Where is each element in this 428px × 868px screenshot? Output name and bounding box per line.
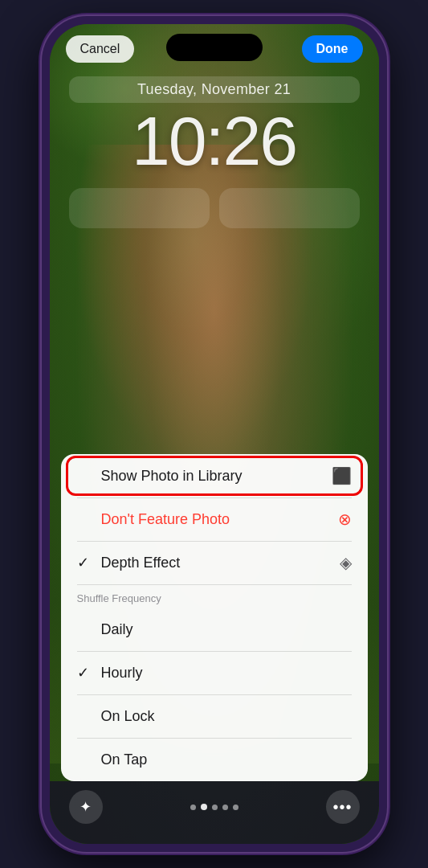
on-tap-label: On Tap bbox=[101, 751, 148, 768]
dot-5 bbox=[233, 805, 238, 810]
widget-right bbox=[219, 188, 360, 228]
depth-effect-icon: ◈ bbox=[340, 553, 352, 572]
dont-feature-label: Don't Feature Photo bbox=[101, 511, 230, 528]
menu-item-on-lock[interactable]: On Lock bbox=[61, 694, 368, 738]
menu-item-on-tap[interactable]: On Tap bbox=[61, 738, 368, 781]
menu-item-depth-effect[interactable]: ✓ Depth Effect ◈ bbox=[61, 541, 368, 584]
menu-item-show-photo[interactable]: Show Photo in Library ⬛ bbox=[61, 454, 368, 497]
on-lock-label: On Lock bbox=[101, 708, 155, 725]
sparkle-icon: ✦ bbox=[79, 798, 92, 816]
menu-item-hourly[interactable]: ✓ Hourly bbox=[61, 651, 368, 694]
show-photo-label: Show Photo in Library bbox=[101, 468, 243, 485]
more-options-button[interactable]: ••• bbox=[326, 790, 360, 824]
dont-feature-icon: ⊗ bbox=[338, 510, 352, 529]
dot-3 bbox=[212, 805, 218, 810]
dot-2 bbox=[201, 804, 207, 810]
checkmark-hourly: ✓ bbox=[77, 664, 93, 682]
menu-item-daily[interactable]: Daily bbox=[61, 608, 368, 651]
lockscreen-content: Tuesday, November 21 10:26 bbox=[50, 76, 379, 228]
checkmark-depth: ✓ bbox=[77, 554, 93, 571]
show-photo-icon: ⬛ bbox=[332, 466, 352, 485]
time-text: 10:26 bbox=[132, 102, 296, 179]
depth-effect-label: Depth Effect bbox=[101, 555, 181, 571]
date-text: Tuesday, November 21 bbox=[137, 81, 291, 97]
menu-item-dont-feature[interactable]: Don't Feature Photo ⊗ bbox=[61, 497, 368, 541]
shuffle-frequency-label: Shuffle Frequency bbox=[61, 584, 368, 608]
done-button[interactable]: Done bbox=[302, 35, 363, 63]
dot-1 bbox=[190, 805, 196, 810]
context-menu: Show Photo in Library ⬛ Don't Feature Ph… bbox=[61, 454, 368, 781]
add-wallpaper-button[interactable]: ✦ bbox=[69, 790, 103, 824]
daily-label: Daily bbox=[101, 621, 133, 638]
widget-left bbox=[69, 188, 210, 228]
widget-row bbox=[69, 188, 360, 228]
time-display: 10:26 bbox=[69, 106, 360, 175]
phone-screen: Cancel Done Tuesday, November 21 10:26 bbox=[50, 24, 379, 844]
dots-indicator bbox=[190, 804, 238, 810]
ellipsis-icon: ••• bbox=[332, 798, 352, 817]
dynamic-island bbox=[166, 34, 263, 61]
dot-4 bbox=[222, 805, 228, 810]
hourly-label: Hourly bbox=[101, 665, 143, 682]
bottom-toolbar: ✦ ••• bbox=[50, 781, 379, 844]
cancel-button[interactable]: Cancel bbox=[66, 35, 135, 63]
date-pill: Tuesday, November 21 bbox=[69, 76, 360, 103]
phone-outer: Cancel Done Tuesday, November 21 10:26 bbox=[42, 16, 387, 852]
